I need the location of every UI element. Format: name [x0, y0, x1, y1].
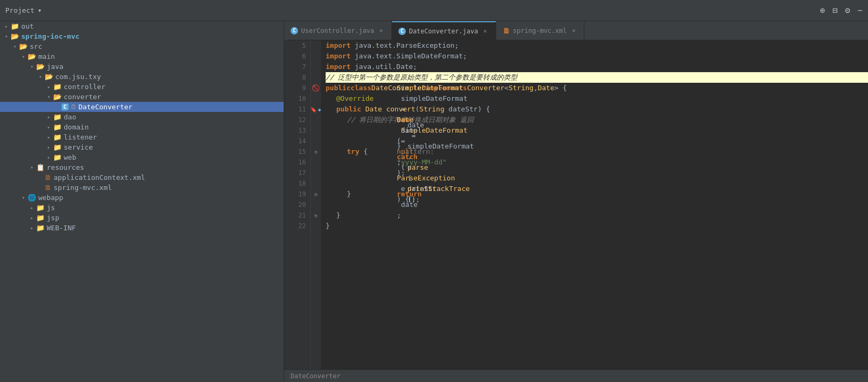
tree-arrow — [28, 64, 36, 70]
code-line-6: import java.text.SimpleDateFormat; — [326, 51, 868, 62]
no-entry-icon: 🚫 — [312, 84, 320, 92]
add-icon[interactable]: ⊕ — [820, 5, 825, 15]
file-icon: 🗒 — [71, 103, 76, 110]
tree-item-main[interactable]: 📂 main — [0, 51, 284, 62]
tree-label: listener — [64, 133, 97, 141]
tab-dateconverter[interactable]: C DateConverter.java ✕ — [392, 21, 496, 40]
tree-arrow — [45, 134, 53, 140]
folder-icon: 📁 — [53, 153, 62, 161]
tab-springmvc[interactable]: 🗎 spring-mvc.xml ✕ — [496, 21, 585, 40]
gutter-16 — [311, 157, 321, 168]
top-bar: Project ▾ ⊕ ⊟ ⚙ − — [0, 0, 868, 21]
gutter-21: ⊖ — [311, 210, 321, 221]
tree-item-com-jsu-txy[interactable]: 📂 com.jsu.txy — [0, 72, 284, 82]
folder-icon: 📁 — [36, 224, 45, 232]
line-num-11: 11 — [288, 104, 306, 115]
tab-java-icon: C — [291, 27, 298, 34]
tree-arrow — [11, 44, 19, 49]
project-label: Project — [5, 6, 35, 14]
folder-icon: 📂 — [19, 42, 28, 50]
tab-java-icon2: C — [398, 28, 406, 35]
gutter-19: ⊖ — [311, 189, 321, 199]
tree-item-controller[interactable]: 📁 controller — [0, 82, 284, 92]
gutter-14 — [311, 136, 321, 146]
tab-close-usercontroller[interactable]: ✕ — [377, 26, 385, 35]
folder-icon: 📁 — [36, 204, 45, 212]
gutter-22 — [311, 221, 321, 231]
tree-item-resources[interactable]: 📋 resources — [0, 162, 284, 172]
tree-item-src[interactable]: 📂 src — [0, 41, 284, 51]
tab-usercontroller[interactable]: C UserController.java ✕ — [284, 21, 392, 40]
tree-label: applicationContext.xml — [54, 173, 145, 181]
tree-item-domain[interactable]: 📁 domain — [0, 122, 284, 132]
tree-item-appcontext[interactable]: 🗎 applicationContext.xml — [0, 172, 284, 183]
tree-item-converter[interactable]: 📂 converter — [0, 92, 284, 102]
line-num-9: 9 — [288, 83, 306, 93]
code-line-20: return date ; — [326, 199, 868, 210]
gutter-5 — [311, 40, 321, 51]
tree-arrow — [36, 74, 45, 80]
folder-icon: 📂 — [45, 73, 53, 81]
gutter-15: ⊖ — [311, 146, 321, 157]
tree-item-service[interactable]: 📁 service — [0, 142, 284, 152]
minimize-icon[interactable]: − — [857, 5, 863, 15]
tree-label: java — [47, 63, 63, 71]
folder-icon: 📁 — [53, 133, 62, 141]
tree-label: js — [47, 204, 55, 212]
chevron-icon[interactable]: ▾ — [38, 6, 42, 14]
tree-arrow — [28, 215, 36, 221]
tree-arrow — [2, 33, 11, 39]
tree-arrow — [45, 144, 53, 150]
tree-item-listener[interactable]: 📁 listener — [0, 132, 284, 142]
tab-close-dateconverter[interactable]: ✕ — [481, 27, 489, 36]
gutter-6 — [311, 51, 321, 62]
gutter-9: 🚫 — [311, 83, 321, 93]
tree-item-web[interactable]: 📁 web — [0, 152, 284, 162]
collapse-icon[interactable]: ⊟ — [832, 5, 838, 15]
tree-label: converter — [64, 93, 101, 101]
project-title: Project ▾ — [5, 6, 42, 14]
folder-icon: 📂 — [28, 53, 36, 60]
tree-label: main — [38, 53, 55, 60]
gutter-20 — [311, 199, 321, 210]
tree-arrow — [45, 94, 53, 100]
tree-item-java[interactable]: 📂 java — [0, 62, 284, 72]
line-num-18: 18 — [288, 178, 306, 189]
line-num-6: 6 — [288, 51, 306, 62]
tree-label: out — [21, 22, 33, 30]
tree-item-webinf[interactable]: 📁 WEB-INF — [0, 223, 284, 233]
tree-item-spring-ioc-mvc[interactable]: 📂 spring-ioc-mvc — [0, 31, 284, 41]
line-num-7: 7 — [288, 62, 306, 72]
line-num-15: 15 — [288, 146, 306, 157]
folder-icon: 📂 — [11, 32, 19, 40]
tree-item-js[interactable]: 📁 js — [0, 203, 284, 213]
tree-item-spring-mvc-xml[interactable]: 🗎 spring-mvc.xml — [0, 183, 284, 193]
tab-label: DateConverter.java — [409, 28, 478, 35]
line-num-22: 22 — [288, 221, 306, 231]
tree-arrow — [19, 195, 28, 201]
tree-arrow — [45, 124, 53, 130]
tree-item-webapp[interactable]: 🌐 webapp — [0, 193, 284, 203]
folder-icon: 📁 — [53, 83, 62, 91]
tab-bar: C UserController.java ✕ C DateConverter.… — [284, 21, 868, 40]
tab-xml-icon: 🗎 — [503, 27, 510, 34]
tree-item-dateconverter[interactable]: C 🗒 DateConverter — [0, 102, 284, 112]
status-bar: DateConverter — [284, 369, 868, 382]
tree-arrow — [45, 84, 53, 90]
settings-icon[interactable]: ⚙ — [845, 5, 850, 15]
file-c-icon: C — [62, 103, 69, 110]
line-num-10: 10 — [288, 93, 306, 104]
code-content[interactable]: import java.text.ParseException; import … — [321, 40, 868, 369]
gutter-10 — [311, 93, 321, 104]
tree-item-out[interactable]: 📁 out — [0, 21, 284, 31]
folder-icon: 📁 — [53, 123, 62, 131]
line-num-5: 5 — [288, 40, 306, 51]
tree-item-dao[interactable]: 📁 dao — [0, 112, 284, 122]
tab-close-springmvc[interactable]: ✕ — [570, 26, 578, 35]
tree-label: WEB-INF — [47, 224, 76, 232]
tree-item-jsp[interactable]: 📁 jsp — [0, 213, 284, 223]
resources-icon: 📋 — [36, 163, 45, 171]
tree-label: controller — [64, 83, 105, 91]
tree-label: DateConverter — [79, 103, 133, 111]
line-num-13: 13 — [288, 125, 306, 136]
